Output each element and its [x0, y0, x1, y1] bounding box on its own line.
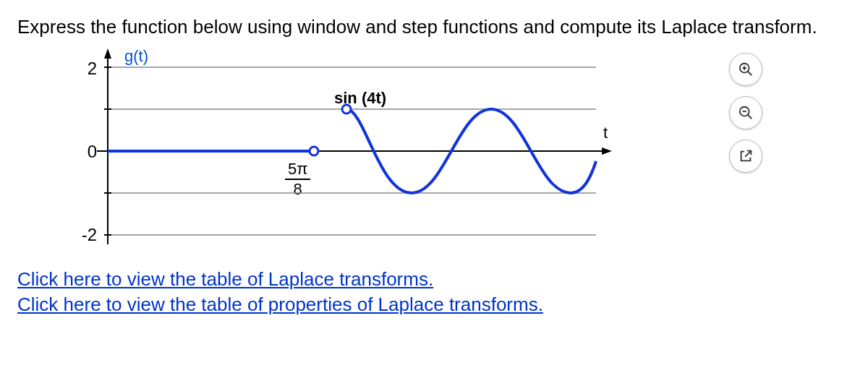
properties-table-link[interactable]: Click here to view the table of properti… [17, 292, 543, 317]
zoom-in-icon [738, 61, 754, 77]
open-external-icon [738, 148, 754, 164]
graph-svg [46, 46, 639, 255]
svg-line-23 [745, 151, 751, 157]
reference-links: Click here to view the table of Laplace … [17, 267, 851, 317]
question-text: Express the function below using window … [17, 14, 851, 40]
zoom-out-icon [738, 105, 754, 121]
open-external-button[interactable] [729, 140, 762, 173]
zoom-in-button[interactable] [729, 53, 762, 86]
svg-point-14 [310, 147, 318, 155]
graph-controls [729, 53, 762, 173]
svg-marker-7 [602, 147, 612, 155]
svg-point-15 [342, 105, 351, 113]
zoom-out-button[interactable] [729, 96, 762, 129]
laplace-table-link[interactable]: Click here to view the table of Laplace … [17, 267, 433, 292]
svg-marker-5 [104, 48, 111, 59]
svg-line-17 [748, 72, 752, 76]
svg-line-21 [748, 115, 752, 119]
graph-figure: g(t) 2 0 -2 sin (4t) t 5π 8 [46, 46, 697, 262]
